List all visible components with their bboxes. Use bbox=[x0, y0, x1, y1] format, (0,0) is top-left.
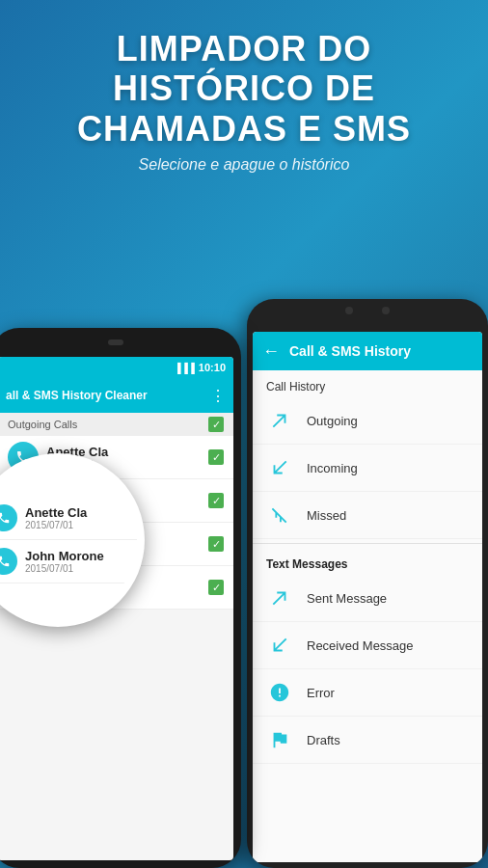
call-checkbox-3[interactable] bbox=[208, 536, 224, 552]
overflow-menu-icon[interactable]: ⋮ bbox=[210, 387, 226, 405]
missed-call-icon bbox=[266, 502, 293, 529]
received-message-label: Received Message bbox=[307, 638, 414, 653]
outgoing-label: Outgoing bbox=[307, 414, 358, 428]
camera-dot-left bbox=[345, 307, 353, 314]
right-phone: ← Call & SMS History Call History Outgoi… bbox=[247, 299, 488, 868]
left-phone: ▐▐▐ 10:10 all & SMS History Cleaner ⋮ Ou… bbox=[0, 328, 241, 868]
incoming-menu-item[interactable]: Incoming bbox=[253, 445, 482, 492]
outgoing-menu-item[interactable]: Outgoing bbox=[253, 397, 482, 445]
sent-message-label: Sent Message bbox=[307, 591, 387, 606]
drafts-menu-item[interactable]: Drafts bbox=[253, 717, 482, 764]
received-message-menu-item[interactable]: Received Message bbox=[253, 622, 482, 669]
status-icons: ▐▐▐ bbox=[175, 363, 195, 373]
right-app-bar: ← Call & SMS History bbox=[253, 332, 482, 370]
section-divider bbox=[253, 543, 482, 544]
main-title: LIMPADOR DO HISTÓRICO DE CHAMADAS E SMS bbox=[19, 29, 469, 149]
magnifier-date-1: 2015/07/01 bbox=[25, 520, 87, 530]
call-history-label: Call History bbox=[253, 370, 482, 397]
text-messages-label: Text Messages bbox=[253, 548, 482, 575]
magnifier-call-icon-1 bbox=[0, 504, 17, 531]
magnifier-item-2: John Morone 2015/07/01 bbox=[0, 540, 137, 583]
received-message-icon bbox=[266, 632, 293, 659]
camera-dot-right bbox=[382, 307, 390, 314]
phone-notch bbox=[108, 339, 123, 345]
signal-icon: ▐▐▐ bbox=[175, 363, 195, 373]
status-time: 10:10 bbox=[199, 362, 226, 373]
magnifier-item-1: Anette Cla 2015/07/01 bbox=[0, 497, 137, 540]
magnifier-info-2: John Morone 2015/07/01 bbox=[25, 549, 104, 574]
outgoing-calls-header: Outgoing Calls bbox=[0, 413, 233, 436]
call-checkbox-2[interactable] bbox=[208, 493, 224, 508]
header-area: LIMPADOR DO HISTÓRICO DE CHAMADAS E SMS … bbox=[0, 19, 488, 183]
outgoing-checkbox[interactable] bbox=[208, 417, 224, 432]
missed-menu-item[interactable]: Missed bbox=[253, 492, 482, 539]
magnifier-name-2: John Morone bbox=[25, 549, 104, 563]
call-checkbox-4[interactable] bbox=[208, 580, 224, 595]
phones-area: ▐▐▐ 10:10 all & SMS History Cleaner ⋮ Ou… bbox=[0, 289, 488, 868]
right-phone-screen: ← Call & SMS History Call History Outgoi… bbox=[253, 332, 482, 862]
call-checkbox-1[interactable] bbox=[208, 449, 224, 465]
header-subtitle: Selecione e apague o histórico bbox=[19, 156, 469, 174]
status-bar: ▐▐▐ 10:10 bbox=[0, 357, 233, 378]
error-label: Error bbox=[307, 686, 335, 700]
app-title-left: all & SMS History Cleaner bbox=[6, 389, 210, 402]
magnifier-content: Anette Cla 2015/07/01 John Morone 2015/0… bbox=[0, 461, 137, 619]
right-app-title: Call & SMS History bbox=[289, 343, 473, 359]
magnifier-name-1: Anette Cla bbox=[25, 505, 87, 520]
error-icon bbox=[266, 679, 293, 706]
error-menu-item[interactable]: Error bbox=[253, 669, 482, 717]
missed-label: Missed bbox=[307, 508, 346, 523]
back-button[interactable]: ← bbox=[262, 341, 280, 362]
incoming-call-icon bbox=[266, 454, 293, 481]
phone-camera bbox=[345, 307, 390, 314]
magnifier-info-1: Anette Cla 2015/07/01 bbox=[25, 505, 87, 530]
sent-message-icon bbox=[266, 584, 293, 611]
incoming-label: Incoming bbox=[307, 461, 358, 475]
outgoing-call-icon bbox=[266, 407, 293, 434]
drafts-label: Drafts bbox=[307, 733, 340, 747]
sent-message-menu-item[interactable]: Sent Message bbox=[253, 575, 482, 622]
magnifier-call-icon-2 bbox=[0, 548, 17, 575]
magnifier-date-2: 2015/07/01 bbox=[25, 563, 104, 574]
drafts-icon bbox=[266, 726, 293, 753]
app-bar-left: all & SMS History Cleaner ⋮ bbox=[0, 378, 233, 413]
